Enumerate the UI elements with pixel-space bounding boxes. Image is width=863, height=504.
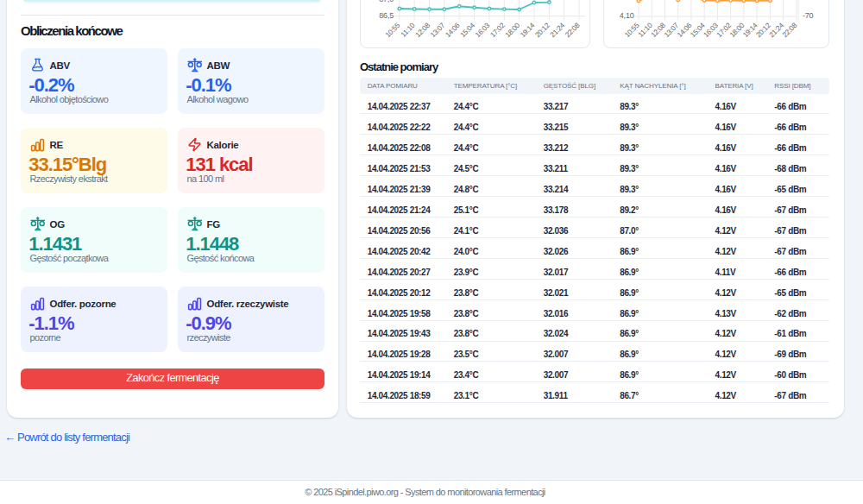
metric-head: OG [30,217,65,231]
footer: © 2025 iSpindel.piwo.org - System do mon… [0,480,863,504]
separator [21,15,324,16]
column-header: KĄT NACHYLENIA [°] [620,78,685,94]
metric-tile-og: OG1.1431Gęstość początkowa [21,207,167,273]
metric-label: Odfer. pozorne [50,299,117,309]
svg-text:20:12: 20:12 [533,20,551,38]
metric-label: ABW [207,60,230,71]
table-cell: 23.1°C [454,386,479,406]
svg-text:86,5: 86,5 [379,10,394,19]
table-row: 14.04.2025 20:1223.8°C32.02186.9°4.12V-6… [360,280,829,300]
metric-subtitle: Alkohol objętościowo [30,93,109,105]
final-calculations-title: Obliczenia końcowe [21,22,122,39]
table-cell: 31.911 [544,386,568,406]
back-to-fermentations-link[interactable]: ← Powrót do listy fermentacji [4,431,129,444]
page: Obliczenia końcowe ABV-0.2%Alkohol objęt… [0,0,863,504]
svg-text:21:24: 21:24 [548,20,566,38]
column-header: DATA POMIARU [368,78,418,94]
scale-icon [30,217,45,231]
svg-text:10:55: 10:55 [383,20,401,38]
metric-tile-odf-pozorne: Odfer. pozorne-1.1%pozorne [21,287,167,352]
measurements-table-header: DATA POMIARUTEMPERATURA [°C]GĘSTOŚĆ [BLG… [360,78,829,94]
metric-head: ABV [30,58,70,72]
metric-subtitle: Rzeczywisty ekstrakt [30,173,108,185]
svg-text:17:02: 17:02 [488,20,507,38]
scale-icon [187,58,202,72]
metric-label: ABV [50,60,70,71]
zap-icon [187,137,202,152]
bars-icon [187,296,202,311]
table-cell: 86.7° [620,386,639,406]
table-row: 14.04.2025 20:5624.1°C32.03687.0°4.12V-6… [360,217,829,238]
metric-tile-re: RE33.15°BlgRzeczywisty ekstrakt [21,128,167,193]
table-row: 14.04.2025 22:3724.4°C33.21789.3°4.16V-6… [360,94,829,115]
metric-subtitle: pozorne [30,331,61,343]
bars-icon [30,296,45,311]
table-row: 14.04.2025 19:2823.5°C32.00786.9°4.12V-6… [360,342,829,362]
table-row: 14.04.2025 19:1423.4°C32.00786.9°4.12V-6… [360,362,829,382]
table-row: 14.04.2025 18:5923.1°C31.91186.7°4.12V-6… [360,382,829,403]
metric-subtitle: Gęstość początkowa [30,252,109,264]
svg-text:16:03: 16:03 [473,20,491,38]
table-row: 14.04.2025 20:4224.0°C32.02686.9°4.12V-6… [360,238,829,259]
svg-text:12:08: 12:08 [413,20,432,38]
metric-label: FG [207,219,220,230]
metric-head: Odfer. pozorne [30,296,117,311]
svg-text:13:07: 13:07 [428,20,446,38]
metric-tile-abv: ABV-0.2%Alkohol objętościowo [21,48,167,114]
metric-head: RE [30,137,63,152]
column-header: GĘSTOŚĆ [BLG] [544,78,595,94]
table-cell: 14.04.2025 18:59 [368,386,431,406]
svg-text:15:04: 15:04 [458,20,476,38]
table-cell: -67 dBm [774,386,806,406]
metric-tile-odf-rzeczywiste: Odfer. rzeczywiste-0.9%rzeczywiste [178,287,324,352]
table-cell: 4.12V [715,386,736,406]
bars-icon [30,137,45,152]
recent-measurements-title: Ostatnie pomiary [360,60,438,75]
metric-subtitle: na 100 ml [187,173,224,185]
tilt-chart: 87,086,510:5511:1012:0813:0714:0615:0416… [360,0,590,48]
svg-text:14:06: 14:06 [444,20,462,38]
finish-fermentation-button[interactable]: Zakończ fermentację [21,369,324,389]
metric-tile-fg: FG1.1448Gęstość końcowa [178,207,324,273]
table-row: 14.04.2025 20:2723.9°C32.01786.9°4.11V-6… [360,259,829,280]
table-row: 14.04.2025 21:2425.1°C33.17889.2°4.16V-6… [360,197,829,217]
battery-rssi-chart: 4,10-7010:5511:1012:0813:0714:0615:0416:… [603,0,829,48]
metric-label: Kalorie [207,140,239,150]
table-row: 14.04.2025 19:4323.8°C32.02486.9°4.12V-6… [360,321,829,342]
table-row: 14.04.2025 21:3924.8°C33.21489.3°4.16V-6… [360,176,829,197]
svg-text:18:00: 18:00 [503,20,521,38]
metric-head: Kalorie [187,137,239,152]
table-row: 14.04.2025 19:5823.8°C32.01686.9°4.13V-6… [360,300,829,321]
svg-text:19:14: 19:14 [518,20,536,38]
footer-text: © 2025 iSpindel.piwo.org - System do mon… [0,481,850,504]
svg-text:11:10: 11:10 [399,20,417,38]
table-row: 14.04.2025 22:2224.4°C33.21589.3°4.16V-6… [360,114,829,135]
flask-icon [30,58,45,72]
scale-icon [187,217,202,231]
gravity-chart-bottom-sliver [23,0,321,3]
metric-subtitle: rzeczywiste [187,331,230,343]
metric-tile-kalorie: Kalorie131 kcalna 100 ml [178,128,324,193]
column-header: BATERIA [V] [715,78,753,94]
svg-text:22:08: 22:08 [780,20,798,38]
metric-head: FG [187,217,220,231]
metric-label: RE [50,140,63,150]
final-calculations-card: Obliczenia końcowe ABV-0.2%Alkohol objęt… [7,0,338,418]
metric-subtitle: Gęstość końcowa [187,252,255,264]
measurements-table-body: 14.04.2025 22:3724.4°C33.21789.3°4.16V-6… [360,94,829,404]
table-row: 14.04.2025 22:0824.4°C33.21289.3°4.16V-6… [360,135,829,155]
svg-text:22:08: 22:08 [564,20,582,38]
metric-head: Odfer. rzeczywiste [187,296,289,311]
metric-head: ABW [187,58,230,72]
svg-text:4,10: 4,10 [620,11,634,20]
table-row: 14.04.2025 21:5324.5°C33.21189.3°4.16V-6… [360,155,829,176]
metric-tile-abw: ABW-0.1%Alkohol wagowo [178,48,324,114]
svg-text:87,0: 87,0 [379,0,394,3]
metric-label: Odfer. rzeczywiste [207,299,289,309]
svg-text:-70: -70 [803,11,814,20]
measurements-card: 87,086,510:5511:1012:0813:0714:0615:0416… [347,0,844,418]
metric-subtitle: Alkohol wagowo [187,93,249,105]
column-header: RSSI [DBM] [774,78,810,94]
measurements-table: DATA POMIARUTEMPERATURA [°C]GĘSTOŚĆ [BLG… [360,78,829,403]
metric-label: OG [50,219,65,230]
